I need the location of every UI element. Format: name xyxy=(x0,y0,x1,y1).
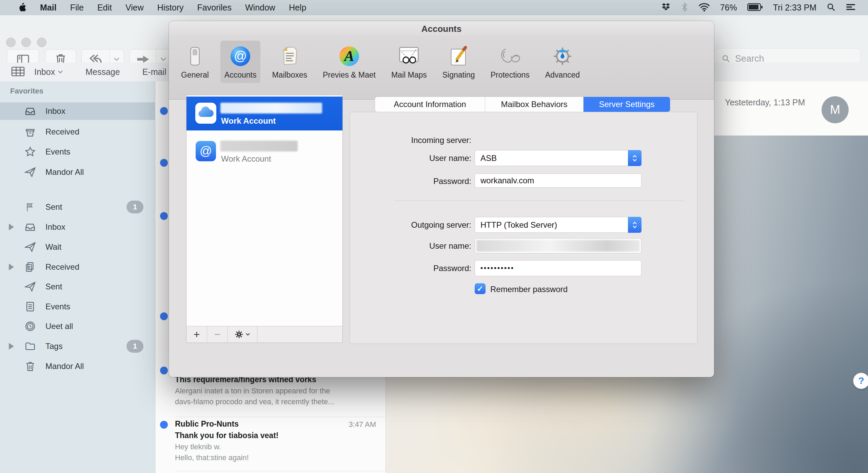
sidebar-item-ueet-all[interactable]: Ueet all xyxy=(0,317,155,335)
prefs-title-bar[interactable]: Accounts xyxy=(169,21,714,36)
tab-account-information[interactable]: Account Information xyxy=(375,97,485,112)
battery-icon[interactable] xyxy=(747,3,763,13)
message-row[interactable]: Rublic Pro-Nunts 3:47 AM Thank you for t… xyxy=(155,417,386,471)
paper-plane-icon xyxy=(24,166,36,178)
help-button[interactable]: ? xyxy=(853,373,868,389)
menu-clock[interactable]: Tri 2:33 PM xyxy=(773,3,816,13)
menu-item-edit[interactable]: Edit xyxy=(97,3,112,13)
incoming-password-label: Password: xyxy=(359,177,471,186)
sidebar-item-mandor-all-2[interactable]: Mandor All xyxy=(0,357,155,375)
svg-text:@: @ xyxy=(234,49,247,63)
favorites-bar-inbox[interactable]: Inbox xyxy=(34,67,63,77)
stepper-icon[interactable] xyxy=(628,150,642,166)
trash-icon xyxy=(24,361,36,372)
screen: Mail File Edit View History Favoriles Wi… xyxy=(0,0,868,473)
stepper-icon[interactable] xyxy=(628,217,642,233)
menu-item-file[interactable]: File xyxy=(70,3,84,13)
incoming-password-field[interactable]: workanalv.com xyxy=(475,173,642,188)
message-preview: davs-fılamo procodo and vea, it recemtly… xyxy=(175,397,334,406)
disclosure-triangle-icon[interactable] xyxy=(9,343,14,350)
sidebar-item-mandor-all[interactable]: Mandor All xyxy=(0,163,155,181)
message-sender: Rublic Pro-Nunts xyxy=(175,419,239,429)
tab-server-settings[interactable]: Server Settings xyxy=(584,97,670,112)
apple-menu-icon[interactable] xyxy=(18,2,26,14)
paper-plane-icon xyxy=(24,241,36,253)
spotlight-search-icon[interactable] xyxy=(827,3,835,13)
search-icon xyxy=(722,54,730,63)
tab-mailbox-behaviors[interactable]: Mailbox Behaviors xyxy=(485,97,584,112)
dropbox-icon[interactable] xyxy=(661,3,671,13)
flag-icon xyxy=(24,201,36,213)
clock-icon xyxy=(24,321,36,332)
redacted-username-value xyxy=(476,240,640,252)
window-zoom-button[interactable] xyxy=(37,38,46,47)
message-preview: Alergani inatet a ton in Storen appeared… xyxy=(175,387,330,395)
account-actions-menu[interactable] xyxy=(228,326,257,343)
menu-item-view[interactable]: View xyxy=(125,3,144,13)
paper-plane-icon xyxy=(24,281,36,292)
account-row-selected[interactable]: Work Account xyxy=(186,97,342,130)
window-close-button[interactable] xyxy=(6,38,16,47)
outgoing-server-select[interactable]: HTTP (Toked Server) xyxy=(475,217,642,233)
sidebar-item-received[interactable]: Received xyxy=(0,123,155,141)
prefs-tab-accounts[interactable]: @ Accounts xyxy=(220,41,261,83)
prefs-tab-signating[interactable]: Signating xyxy=(438,41,479,83)
remove-account-button[interactable]: − xyxy=(207,326,228,343)
sidebar-item-tags[interactable]: Tags 1 xyxy=(0,337,155,355)
prefs-tab-mail-maps[interactable]: Mail Maps xyxy=(387,41,431,83)
prefs-tab-general[interactable]: General xyxy=(177,41,213,83)
disclosure-triangle-icon[interactable] xyxy=(9,264,14,270)
prefs-tab-advanced[interactable]: Advanced xyxy=(541,41,584,83)
disclosure-triangle-icon[interactable] xyxy=(9,224,14,230)
account-subtitle: Work Account xyxy=(221,154,271,164)
wifi-icon[interactable] xyxy=(698,3,710,13)
prefs-tab-mailboxes[interactable]: Mailboxes xyxy=(268,41,311,83)
svg-text:A: A xyxy=(343,48,354,64)
menu-item-help[interactable]: Help xyxy=(289,3,306,13)
window-minimize-button[interactable] xyxy=(21,38,31,47)
message-row[interactable]: This requiremera/fingers witned vorks Al… xyxy=(155,371,386,417)
documents-icon xyxy=(24,261,36,273)
add-account-button[interactable]: + xyxy=(186,326,207,343)
prefs-tab-protections[interactable]: Protections xyxy=(487,41,534,83)
notification-center-icon[interactable] xyxy=(846,3,856,13)
unread-dot xyxy=(160,107,168,115)
sidebar-item-inbox[interactable]: Inbox xyxy=(0,102,155,120)
mailboxes-icon xyxy=(277,44,302,68)
unread-count-badge: 1 xyxy=(126,201,143,213)
menu-item-window[interactable]: Window xyxy=(245,3,275,13)
menu-item-history[interactable]: History xyxy=(157,3,184,13)
fonts-colors-icon: A xyxy=(337,44,361,68)
sidebar-item-sent[interactable]: Sent 1 xyxy=(0,198,155,216)
accounts-preferences-window: Accounts General @ Accounts xyxy=(169,21,714,377)
sidebar-item-received-2[interactable]: Received xyxy=(0,258,155,276)
incoming-username-field[interactable]: ASB xyxy=(475,150,642,166)
account-row[interactable]: @ Work Account xyxy=(186,135,342,168)
avatar: M xyxy=(822,96,849,123)
prefs-tab-previews[interactable]: A Previes & Maet xyxy=(319,41,380,83)
bluetooth-icon[interactable] xyxy=(681,2,688,14)
outgoing-username-field[interactable] xyxy=(475,238,642,253)
favorites-bar-message[interactable]: Message xyxy=(85,67,120,77)
menu-item-favorites[interactable]: Favoriles xyxy=(197,3,232,13)
sidebar-item-sent-2[interactable]: Sent xyxy=(0,278,155,295)
sidebar-item-events-2[interactable]: Events xyxy=(0,298,155,315)
mailbox-sidebar: Favorites Inbox Received Events Mandor A… xyxy=(0,81,155,473)
at-account-icon: @ xyxy=(195,141,216,162)
account-list-actions: + − xyxy=(186,326,342,343)
grid-icon[interactable] xyxy=(11,66,25,78)
menu-item-mail[interactable]: Mail xyxy=(40,3,57,13)
favorites-bar-email[interactable]: E-mail xyxy=(142,67,166,77)
unread-dot xyxy=(160,212,168,220)
remember-password-checkbox[interactable]: ✓ xyxy=(475,283,486,294)
sidebar-item-inbox-2[interactable]: Inbox xyxy=(0,218,155,236)
sidebar-item-events[interactable]: Events xyxy=(0,143,155,161)
outgoing-password-field[interactable]: •••••••••• xyxy=(475,260,642,276)
battery-percent: 76% xyxy=(720,3,737,13)
chevron-down-icon xyxy=(58,70,63,74)
accounts-list: Work Account @ Work Account + − xyxy=(186,95,343,343)
list-divider xyxy=(175,471,386,471)
sidebar-item-wait[interactable]: Wait xyxy=(0,238,155,256)
archive-box-icon xyxy=(24,126,36,138)
folder-icon xyxy=(24,341,36,352)
